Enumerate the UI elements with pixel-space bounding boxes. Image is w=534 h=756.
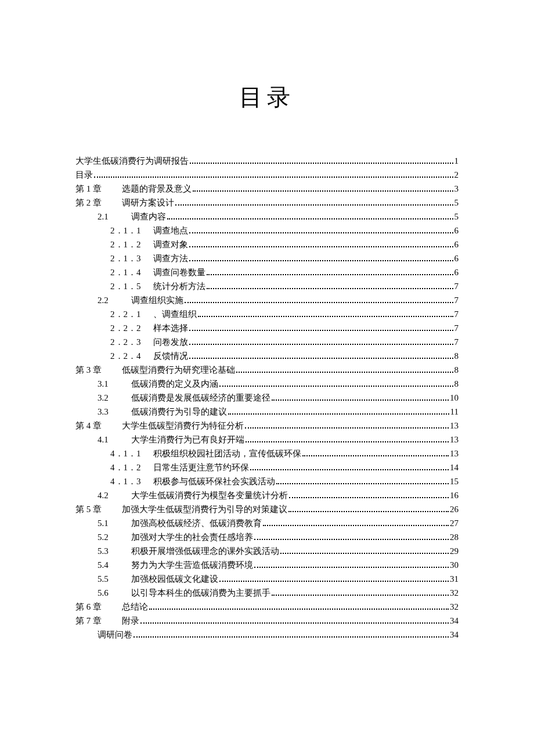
toc-entry-page: 27 [450, 516, 459, 530]
toc-leader-dots [280, 553, 449, 554]
toc-entry-text: 低碳消费行为引导的建议 [131, 405, 227, 419]
toc-entry: 5.4努力为大学生营造低碳消费环境30 [75, 558, 459, 572]
toc-entry: 2．2．1、调查组织7 [75, 307, 459, 321]
toc-entry-number: 5.5 [98, 572, 131, 586]
toc-entry-page: 7 [454, 335, 459, 349]
toc-entry-text: 目录 [75, 168, 93, 182]
toc-entry-text: 低碳型消费行为研究理论基础 [122, 363, 235, 377]
toc-entry-text: 附录 [122, 614, 139, 628]
toc-leader-dots [245, 427, 449, 429]
toc-entry-text: 加强对大学生的社会责任感培养 [131, 530, 253, 544]
toc-entry-text: 低碳消费是发展低碳经济的重要途径 [131, 391, 270, 405]
toc-entry: 5.2加强对大学生的社会责任感培养28 [75, 530, 459, 544]
toc-entry-page: 26 [450, 502, 459, 516]
toc-leader-dots [134, 636, 449, 638]
toc-leader-dots [193, 190, 453, 192]
toc-entry-page: 2 [454, 168, 459, 182]
toc-entry: 2．1．4调查问卷数量6 [75, 265, 459, 279]
toc-leader-dots [198, 316, 453, 317]
toc-leader-dots [167, 218, 453, 219]
toc-entry-page: 16 [450, 488, 459, 502]
toc-entry-text: 调查内容 [131, 210, 166, 224]
toc-entry: 5.3积极开展增强低碳理念的课外实践活动29 [75, 544, 459, 558]
toc-entry-number: 5.3 [98, 544, 131, 558]
toc-entry-number: 2．2．1 [110, 307, 153, 321]
toc-entry-text: 大学生低碳型消费行为特征分析 [122, 419, 244, 433]
toc-entry-text: 调研方案设计 [122, 196, 174, 210]
toc-entry: 第 7 章附录34 [75, 614, 459, 628]
toc-entry-text: 调查地点 [153, 224, 188, 237]
toc-entry-page: 6 [454, 224, 459, 237]
toc-entry-page: 11 [450, 405, 459, 419]
toc-entry-page: 32 [450, 586, 459, 600]
toc-leader-dots [272, 399, 449, 401]
toc-entry-text: 调查组织实施 [131, 293, 183, 307]
toc-entry: 第 2 章调研方案设计5 [75, 196, 459, 210]
toc-entry: 第 5 章加强大学生低碳型消费行为引导的对策建议26 [75, 502, 459, 516]
toc-entry: 3.1低碳消费的定义及内涵8 [75, 377, 459, 391]
toc-entry-number: 第 2 章 [75, 196, 122, 210]
toc-entry-text: 总结论 [122, 600, 148, 614]
toc-entry: 5.5加强校园低碳文化建设31 [75, 572, 459, 586]
toc-entry-number: 第 7 章 [75, 614, 122, 628]
toc-entry: 4．1．1积极组织校园社团活动，宣传低碳环保13 [75, 447, 459, 460]
toc-entry-page: 8 [454, 377, 459, 391]
toc-entry-text: 加强大学生低碳型消费行为引导的对策建议 [122, 502, 287, 516]
toc-leader-dots [175, 204, 453, 206]
toc-entry-number: 第 1 章 [75, 182, 122, 196]
toc-entry: 2．1．1调查地点6 [75, 224, 459, 237]
toc-entry: 2．2．4反馈情况8 [75, 349, 459, 363]
toc-entry-text: 、调查组织 [153, 307, 197, 321]
toc-entry-number: 2．2．3 [110, 335, 153, 349]
toc-entry-number: 2．2．4 [110, 349, 153, 363]
toc-leader-dots [189, 344, 453, 345]
toc-leader-dots [302, 455, 449, 456]
toc-leader-dots [289, 497, 449, 498]
toc-entry-page: 8 [454, 363, 459, 377]
toc-leader-dots [94, 177, 453, 178]
toc-entry-text: 选题的背景及意义 [122, 182, 192, 196]
toc-leader-dots [250, 469, 449, 470]
toc-entry-page: 32 [450, 600, 459, 614]
toc-entry-text: 加强校园低碳文化建设 [131, 572, 218, 586]
toc-entry-page: 3 [454, 182, 459, 196]
toc-leader-dots [276, 483, 449, 484]
toc-entry-number: 4.2 [98, 488, 131, 502]
toc-entry-number: 2.2 [98, 293, 131, 307]
toc-entry-page: 6 [454, 237, 459, 251]
toc-entry: 第 1 章选题的背景及意义3 [75, 182, 459, 196]
toc-entry: 4．1．3积极参与低碳环保社会实践活动15 [75, 474, 459, 488]
toc-entry: 2．1．3调查方法6 [75, 251, 459, 265]
toc-leader-dots [189, 232, 453, 233]
toc-entry-number: 3.3 [98, 405, 131, 419]
toc-entry-number: 2．1．4 [110, 265, 153, 279]
toc-leader-dots [236, 372, 453, 373]
toc-entry-page: 30 [450, 558, 459, 572]
toc-entry: 3.2低碳消费是发展低碳经济的重要途径10 [75, 391, 459, 405]
toc-entry-text: 统计分析方法 [153, 279, 205, 293]
toc-leader-dots [185, 302, 453, 303]
toc-entry: 2．2．3问卷发放7 [75, 335, 459, 349]
toc-entry-page: 13 [450, 419, 459, 433]
toc-entry-number: 3.2 [98, 391, 131, 405]
toc-entry: 4.1大学生消费行为已有良好开端13 [75, 433, 459, 447]
toc-entry-number: 2．1．2 [110, 237, 153, 251]
toc-entry-number: 2.1 [98, 210, 131, 224]
toc-entry-text: 低碳消费的定义及内涵 [131, 377, 218, 391]
toc-entry-page: 28 [450, 530, 459, 544]
toc-entry-number: 3.1 [98, 377, 131, 391]
toc-leader-dots [254, 567, 449, 568]
toc-entry: 5.1加强高校低碳经济、低碳消费教育27 [75, 516, 459, 530]
toc-leader-dots [228, 413, 449, 415]
toc-leader-dots [149, 609, 449, 610]
toc-entry-text: 调查方法 [153, 251, 188, 265]
toc-entry-page: 6 [454, 265, 459, 279]
toc-entry: 2．1．2调查对象6 [75, 237, 459, 251]
toc-entry-text: 调查问卷数量 [153, 265, 205, 279]
toc-entry-text: 大学生低碳消费行为模型各变量统计分析 [131, 488, 288, 502]
toc-entry-number: 第 5 章 [75, 502, 122, 516]
toc-entry-text: 调查对象 [153, 237, 188, 251]
toc-entry-number: 2．1．5 [110, 279, 153, 293]
toc-entry: 2.2调查组织实施7 [75, 293, 459, 307]
toc-leader-dots [254, 539, 449, 540]
